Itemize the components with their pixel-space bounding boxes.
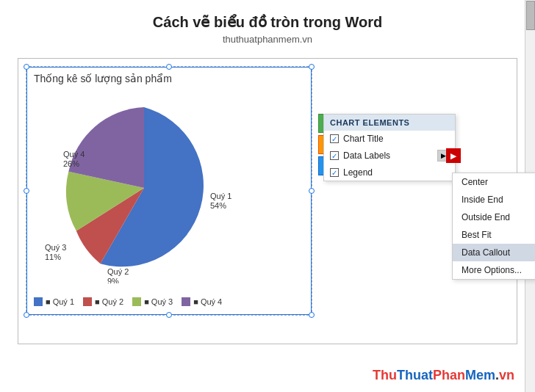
checkbox-chart-title[interactable]	[330, 134, 339, 143]
header: Cách vẽ biểu đồ tròn trong Word thuthuat…	[153, 0, 382, 48]
panel-label-legend: Legend	[343, 167, 449, 178]
handle-tl[interactable]	[24, 64, 29, 70]
page: Cách vẽ biểu đồ tròn trong Word thuthuat…	[0, 0, 535, 392]
label-q4: Quý 4	[63, 150, 85, 159]
scrollbar-thumb[interactable]	[526, 1, 535, 30]
submenu-more-options[interactable]: More Options...	[453, 261, 535, 279]
chart-legend: ■ Quý 1 ■ Quý 2 ■ Quý 3 ■ Quý 4	[34, 297, 222, 306]
legend-color-q1	[34, 297, 43, 306]
brand-phan: Phan	[433, 368, 465, 382]
label-q1: Quý 1	[210, 192, 231, 200]
label-q2: Quý 2	[107, 267, 129, 276]
label-q3: Quý 3	[45, 243, 66, 252]
submenu-outside-end[interactable]: Outside End	[453, 208, 535, 226]
pct-q1: 54%	[210, 201, 226, 210]
checkbox-data-labels[interactable]	[330, 151, 339, 160]
legend-label-q4: ■ Quý 4	[193, 297, 222, 306]
pct-q3: 11%	[45, 253, 61, 261]
legend-label-q1: ■ Quý 1	[46, 297, 74, 306]
panel-item-data-labels[interactable]: Data Labels ▶ ▶	[324, 147, 455, 164]
legend-color-q3	[132, 297, 141, 306]
pct-q2: 9%	[107, 277, 119, 283]
legend-item-q4: ■ Quý 4	[182, 297, 222, 306]
handle-tr[interactable]	[309, 64, 315, 70]
legend-item-q2: ■ Quý 2	[83, 297, 123, 306]
pct-q4: 26%	[63, 159, 79, 168]
page-title: Cách vẽ biểu đồ tròn trong Word	[153, 13, 382, 31]
word-area: Thống kê số lượng sản phẩm	[18, 58, 517, 344]
submenu-best-fit[interactable]: Best Fit	[453, 226, 535, 244]
checkbox-legend[interactable]	[330, 168, 339, 177]
handle-mr[interactable]	[309, 188, 315, 194]
handle-br[interactable]	[309, 312, 315, 318]
chart-container[interactable]: Thống kê số lượng sản phẩm	[26, 66, 312, 316]
brand-vn: vn	[499, 368, 514, 382]
handle-ml[interactable]	[24, 188, 29, 194]
legend-item-q3: ■ Quý 3	[132, 297, 173, 306]
red-arrow-icon: ▶	[450, 152, 456, 160]
brand-thu: Thu	[373, 368, 397, 382]
panel-item-legend[interactable]: Legend	[324, 164, 455, 181]
legend-color-q2	[83, 297, 92, 306]
chart-elements-header: CHART ELEMENTS	[324, 115, 455, 131]
handle-tm[interactable]	[166, 64, 172, 70]
submenu-inside-end[interactable]: Inside End	[453, 191, 535, 208]
red-arrow-indicator: ▶	[446, 148, 461, 163]
legend-label-q3: ■ Quý 3	[144, 297, 173, 306]
legend-label-q2: ■ Quý 2	[95, 297, 123, 306]
pie-chart-svg: Quý 1 54% Quý 2 9% Quý 3 11% Quý 4 26%	[34, 92, 269, 283]
panel-label-data-labels: Data Labels	[343, 150, 433, 161]
legend-item-q1: ■ Quý 1	[34, 297, 74, 306]
data-labels-submenu: Center Inside End Outside End Best Fit D…	[452, 173, 535, 280]
panel-label-chart-title: Chart Title	[343, 134, 449, 144]
panel-item-chart-title[interactable]: Chart Title	[324, 131, 455, 147]
subtitle: thuthuatphanmem.vn	[153, 34, 382, 45]
legend-color-q4	[182, 297, 190, 306]
submenu-data-callout[interactable]: Data Callout	[453, 244, 535, 261]
pie-area: Quý 1 54% Quý 2 9% Quý 3 11% Quý 4 26%	[34, 92, 269, 291]
submenu-center[interactable]: Center	[453, 173, 535, 191]
brand-thuat: Thuat	[397, 368, 433, 382]
handle-bl[interactable]	[24, 312, 29, 318]
branding: ThuThuatPhanMem.vn	[373, 368, 514, 383]
chart-elements-panel: CHART ELEMENTS Chart Title Data Labels ▶…	[323, 114, 456, 181]
brand-mem: Mem	[465, 368, 495, 382]
handle-bm[interactable]	[166, 312, 172, 318]
